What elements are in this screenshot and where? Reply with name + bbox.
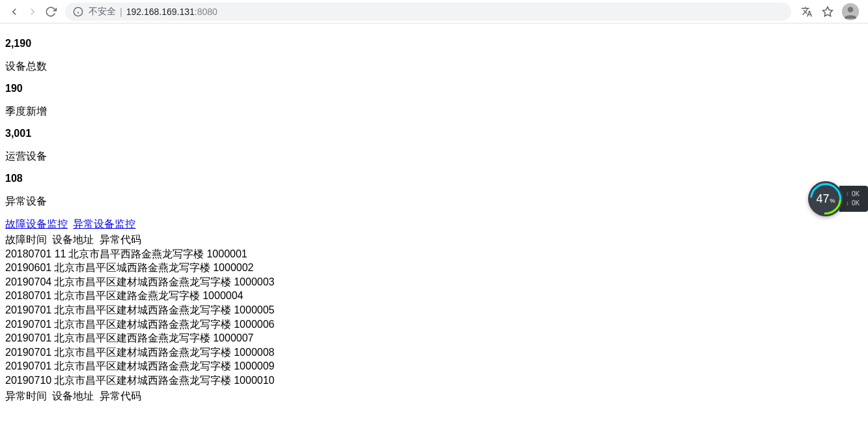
col-address: 设备地址: [52, 234, 94, 245]
toolbar-right: [796, 3, 863, 20]
info-icon: [73, 7, 83, 17]
back-button[interactable]: [5, 3, 23, 21]
gauge-ring-icon: [804, 177, 848, 221]
table-row: 20190701北京市昌平区建材城西路金燕龙写字楼1000009: [5, 359, 863, 373]
col-code: 异常代码: [100, 390, 141, 401]
table-row: 20190704北京市昌平区建材城西路金燕龙写字楼1000003: [5, 275, 863, 289]
col-code: 异常代码: [100, 234, 141, 245]
network-widget[interactable]: 47% ↑ 0K ↓ 0K: [808, 182, 868, 215]
stat-value: 3,001: [5, 128, 863, 139]
cell-time: 20190710: [5, 375, 51, 386]
reload-button[interactable]: [42, 3, 60, 21]
cell-address: 北京市昌平区建材城西路金燕龙写字楼: [54, 347, 231, 358]
browser-toolbar: 不安全 | 192.168.169.131:8080: [0, 0, 868, 23]
table-row: 20180701 11北京市昌平西路金燕龙写字楼1000001: [5, 247, 863, 261]
monitor-links: 故障设备监控 异常设备监控: [5, 218, 863, 231]
cell-code: 1000010: [234, 375, 274, 386]
abnormal-table: 异常时间 设备地址 异常代码: [5, 389, 863, 403]
cell-address: 北京市昌平区建材城西路金燕龙写字楼: [54, 276, 231, 287]
cell-address: 北京市昌平区建材城西路金燕龙写字楼: [54, 360, 231, 371]
cell-time: 20190701: [5, 319, 51, 330]
cell-time: 20190701: [5, 304, 51, 315]
col-time: 故障时间: [5, 234, 47, 245]
arrow-down-icon: ↓: [846, 199, 849, 208]
cell-code: 1000005: [234, 304, 274, 315]
cell-code: 1000007: [213, 332, 253, 343]
stat-value: 2,190: [5, 38, 863, 50]
page-content: 2,190 设备总数 190 季度新增 3,001 运营设备 108 异常设备 …: [0, 23, 868, 408]
table-row: 20190701北京市昌平区建材城西路金燕龙写字楼1000005: [5, 303, 863, 317]
security-label: 不安全: [89, 6, 116, 18]
cell-address: 北京市昌平区建路金燕龙写字楼: [54, 290, 200, 301]
cell-code: 1000004: [203, 290, 243, 301]
table-row: 20190701北京市昌平区建材城西路金燕龙写字楼1000006: [5, 317, 863, 332]
cell-time: 20190601: [5, 262, 51, 273]
star-icon[interactable]: [821, 5, 834, 18]
cell-time: 20190701: [5, 360, 51, 371]
col-address: 设备地址: [52, 390, 94, 401]
cell-time: 20180701: [5, 290, 51, 301]
abnormal-table-header: 异常时间 设备地址 异常代码: [5, 389, 863, 403]
network-gauge: 47%: [808, 181, 843, 216]
cell-address: 北京市昌平区建材城西路金燕龙写字楼: [54, 375, 231, 386]
cell-address: 北京市昌平西路金燕龙写字楼: [68, 248, 204, 259]
stat-value: 190: [5, 83, 863, 94]
stat-label: 设备总数: [5, 60, 863, 74]
table-row: 20180701北京市昌平区建路金燕龙写字楼1000004: [5, 289, 863, 303]
arrow-up-icon: ↑: [846, 190, 849, 199]
svg-marker-3: [823, 7, 833, 16]
table-row: 20190701北京市昌平区建材城西路金燕龙写字楼1000008: [5, 345, 863, 360]
cell-address: 北京市昌平区建西路金燕龙写字楼: [54, 332, 210, 343]
address-port: :8080: [195, 7, 217, 17]
download-value: 0K: [852, 199, 860, 208]
address-bar[interactable]: 不安全 | 192.168.169.131:8080: [65, 3, 791, 21]
stat-total-devices: 2,190 设备总数: [5, 38, 863, 74]
cell-code: 1000006: [234, 319, 274, 330]
stat-label: 运营设备: [5, 150, 863, 164]
cell-code: 1000009: [234, 360, 274, 371]
forward-button[interactable]: [23, 3, 42, 21]
cell-time: 20190701: [5, 332, 51, 343]
profile-avatar-icon[interactable]: [842, 3, 859, 20]
network-panel: ↑ 0K ↓ 0K: [839, 186, 868, 212]
fault-table-header: 故障时间 设备地址 异常代码: [5, 233, 863, 247]
table-row: 20190601北京市昌平区城西路金燕龙写字楼1000002: [5, 261, 863, 275]
cell-time: 20190701: [5, 347, 51, 358]
cell-time: 20190704: [5, 276, 51, 287]
stat-label: 异常设备: [5, 195, 863, 209]
stat-abnormal-devices: 108 异常设备: [5, 173, 863, 209]
download-row: ↓ 0K: [846, 199, 868, 208]
svg-point-5: [848, 7, 854, 12]
stat-value: 108: [5, 173, 863, 184]
cell-address: 北京市昌平区建材城西路金燕龙写字楼: [54, 319, 231, 330]
stat-quarter-new: 190 季度新增: [5, 83, 863, 119]
separator: |: [120, 7, 122, 17]
fault-monitor-link[interactable]: 故障设备监控: [5, 218, 68, 229]
stat-operating-devices: 3,001 运营设备: [5, 128, 863, 164]
abnormal-monitor-link[interactable]: 异常设备监控: [73, 218, 135, 229]
cell-code: 1000002: [213, 262, 253, 273]
address-host: 192.168.169.131: [126, 7, 195, 17]
cell-address: 北京市昌平区建材城西路金燕龙写字楼: [54, 304, 231, 315]
col-time: 异常时间: [5, 390, 47, 401]
cell-address: 北京市昌平区城西路金燕龙写字楼: [54, 262, 210, 273]
cell-time: 20180701 11: [5, 248, 66, 259]
table-row: 20190701北京市昌平区建西路金燕龙写字楼1000007: [5, 331, 863, 345]
cell-code: 1000003: [234, 276, 274, 287]
upload-row: ↑ 0K: [846, 190, 868, 199]
cell-code: 1000008: [234, 347, 274, 358]
stat-label: 季度新增: [5, 105, 863, 119]
table-row: 20190710北京市昌平区建材城西路金燕龙写字楼1000010: [5, 373, 863, 388]
upload-value: 0K: [852, 190, 860, 199]
cell-code: 1000001: [206, 248, 247, 259]
translate-icon[interactable]: [800, 5, 813, 18]
fault-table: 故障时间 设备地址 异常代码 20180701 11北京市昌平西路金燕龙写字楼1…: [5, 233, 863, 388]
